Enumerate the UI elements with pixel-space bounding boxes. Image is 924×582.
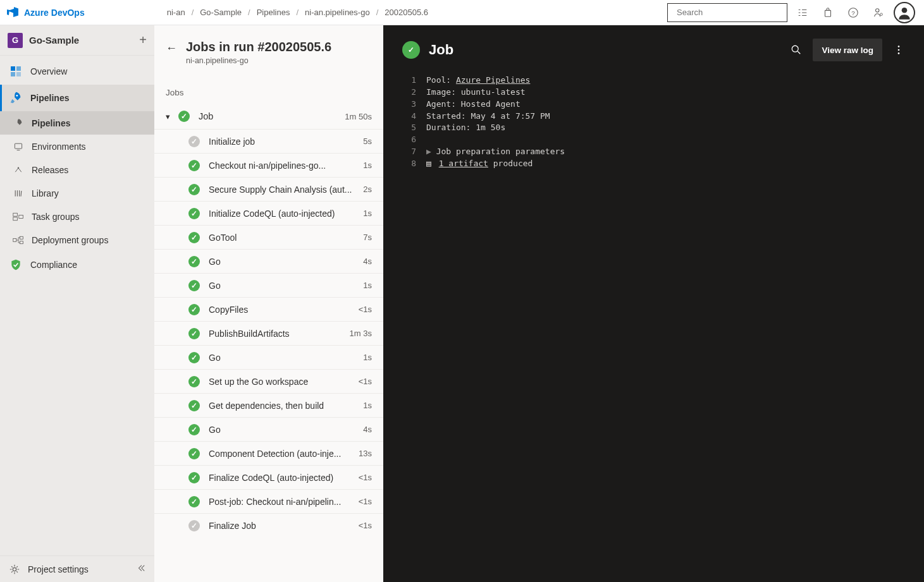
svg-point-12	[16, 95, 18, 97]
step-name: Get dependencies, then build	[209, 401, 358, 411]
worklist-icon[interactable]	[792, 3, 813, 23]
step-duration: 1s	[363, 281, 372, 290]
job-row[interactable]: ▾ Job 1m 50s	[154, 104, 383, 129]
step-row[interactable]: Go4s	[154, 417, 383, 441]
status-success-icon	[188, 256, 200, 267]
nav-sub-pipelines: Pipelines Environments Releases Library …	[0, 111, 154, 252]
fold-caret-icon[interactable]: ▶	[426, 147, 436, 156]
back-button[interactable]: ←	[166, 42, 177, 55]
project-header[interactable]: G Go-Sample +	[0, 25, 154, 56]
crumb-1[interactable]: Go-Sample	[200, 8, 242, 17]
sidebar-item-label: Pipelines	[32, 118, 70, 128]
job-duration: 1m 50s	[345, 112, 372, 121]
svg-rect-13	[15, 143, 22, 149]
svg-rect-15	[13, 213, 18, 216]
artifact-link[interactable]: 1 artifact	[439, 159, 488, 168]
run-subtitle: ni-an.pipelines-go	[186, 56, 331, 65]
step-row[interactable]: Go1s	[154, 273, 383, 297]
sidebar-subitem-depgroups[interactable]: Deployment groups	[0, 228, 154, 252]
step-row[interactable]: Finalize CodeQL (auto-injected)<1s	[154, 465, 383, 489]
help-icon[interactable]: ?	[843, 3, 863, 23]
step-row[interactable]: Post-job: Checkout ni-an/pipelin...<1s	[154, 489, 383, 513]
sidebar-subitem-library[interactable]: Library	[0, 181, 154, 205]
add-icon[interactable]: +	[139, 33, 147, 47]
search-log-button[interactable]	[785, 39, 808, 61]
log-body[interactable]: 1Pool: Azure Pipelines 2Image: ubuntu-la…	[383, 75, 924, 170]
view-raw-label: View raw log	[822, 45, 873, 55]
crumb-2[interactable]: Pipelines	[257, 8, 290, 17]
status-success-icon	[188, 160, 200, 171]
step-name: PublishBuildArtifacts	[209, 329, 345, 339]
user-settings-icon[interactable]	[868, 3, 889, 23]
job-name: Job	[199, 111, 340, 121]
pool-link[interactable]: Azure Pipelines	[456, 75, 530, 85]
step-row[interactable]: Initialize job5s	[154, 129, 383, 153]
step-row[interactable]: Go4s	[154, 249, 383, 273]
status-success-icon	[188, 376, 200, 387]
jobs-label: Jobs	[154, 69, 383, 104]
step-row[interactable]: Initialize CodeQL (auto-injected)1s	[154, 201, 383, 225]
gear-icon	[9, 564, 20, 575]
sidebar-subitem-taskgroups[interactable]: Task groups	[0, 205, 154, 228]
taskgroup-icon	[13, 211, 24, 222]
sidebar-subitem-environments[interactable]: Environments	[0, 135, 154, 158]
depgroup-icon	[13, 234, 24, 246]
sidebar-item-label: Releases	[32, 165, 68, 175]
svg-rect-18	[13, 238, 16, 241]
step-name: CopyFiles	[209, 305, 354, 315]
status-success-icon	[188, 448, 200, 459]
more-log-button[interactable]	[887, 39, 910, 61]
step-row[interactable]: CopyFiles<1s	[154, 297, 383, 321]
collapse-icon[interactable]	[137, 564, 145, 574]
step-duration: 7s	[363, 233, 372, 242]
step-name: GoTool	[209, 233, 358, 243]
sidebar-item-pipelines[interactable]: Pipelines	[0, 85, 154, 111]
project-settings-label: Project settings	[28, 564, 89, 574]
step-duration: 5s	[363, 136, 372, 146]
svg-point-24	[898, 45, 900, 47]
step-duration: 1s	[363, 353, 372, 362]
step-name: Component Detection (auto-inje...	[209, 449, 354, 459]
project-settings[interactable]: Project settings	[0, 555, 154, 582]
step-name: Go	[209, 353, 358, 363]
log-text: Duration: 1m 50s	[426, 122, 505, 134]
sidebar-item-label: Library	[32, 188, 59, 198]
bag-icon[interactable]	[818, 3, 838, 23]
sidebar-item-compliance[interactable]: Compliance	[0, 252, 154, 278]
status-success-icon	[188, 400, 200, 411]
step-row[interactable]: PublishBuildArtifacts1m 3s	[154, 321, 383, 345]
svg-point-14	[18, 167, 19, 168]
avatar[interactable]	[894, 2, 915, 23]
status-success-icon	[188, 208, 200, 219]
search-box[interactable]	[667, 3, 787, 22]
step-duration: <1s	[359, 521, 372, 530]
sidebar-subitem-releases[interactable]: Releases	[0, 158, 154, 181]
step-row[interactable]: Checkout ni-an/pipelines-go...1s	[154, 153, 383, 177]
crumb-4[interactable]: 20020505.6	[385, 8, 428, 17]
step-row[interactable]: Secure Supply Chain Analysis (aut...2s	[154, 177, 383, 201]
chevron-down-icon[interactable]: ▾	[166, 112, 178, 121]
sidebar-item-overview[interactable]: Overview	[0, 58, 154, 85]
env-icon	[13, 141, 24, 152]
sidebar-subitem-pipelines[interactable]: Pipelines	[0, 111, 154, 135]
status-neutral-icon	[188, 136, 200, 147]
crumb-3[interactable]: ni-an.pipelines-go	[305, 8, 370, 17]
step-row[interactable]: Go1s	[154, 345, 383, 369]
svg-rect-16	[13, 217, 18, 220]
step-duration: <1s	[359, 377, 372, 386]
crumb-0[interactable]: ni-an	[167, 8, 185, 17]
brand-link[interactable]: Azure DevOps	[5, 5, 85, 20]
step-row[interactable]: Get dependencies, then build1s	[154, 393, 383, 417]
topbar-right: ?	[667, 2, 915, 23]
step-row[interactable]: Finalize Job<1s	[154, 513, 383, 537]
step-name: Secure Supply Chain Analysis (aut...	[209, 185, 358, 195]
library-icon	[13, 188, 24, 199]
step-row[interactable]: Component Detection (auto-inje...13s	[154, 441, 383, 465]
step-row[interactable]: Set up the Go workspace<1s	[154, 369, 383, 393]
status-success-icon	[188, 304, 200, 315]
view-raw-button[interactable]: View raw log	[813, 39, 882, 61]
step-row[interactable]: GoTool7s	[154, 225, 383, 249]
sidebar-item-label: Overview	[30, 66, 67, 76]
search-input[interactable]	[677, 8, 783, 17]
azure-devops-icon	[5, 5, 20, 20]
